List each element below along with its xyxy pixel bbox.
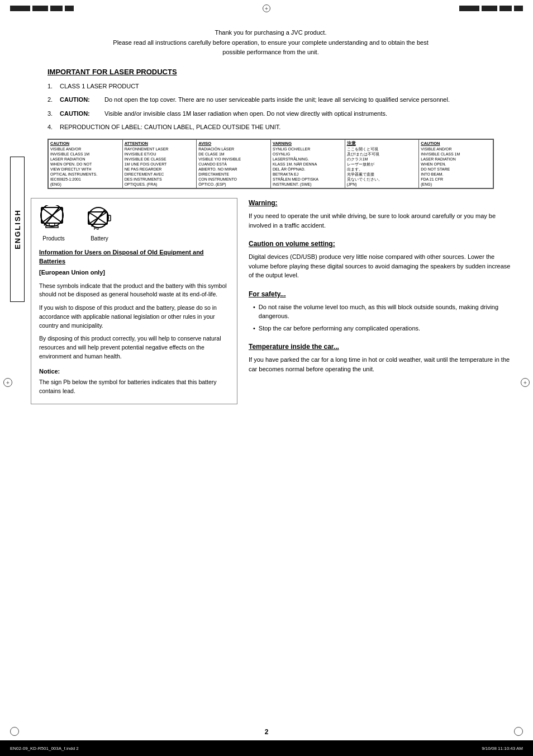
mark-rect bbox=[50, 6, 63, 11]
notice-title: Notice: bbox=[39, 367, 229, 376]
bottom-info: EN02-09_KD-R501_003A_f.indd 2 9/10/08 11… bbox=[10, 746, 523, 751]
mark-rect bbox=[514, 6, 523, 11]
notice-text: The sign Pb below the symbol for batteri… bbox=[39, 378, 229, 396]
safety-bullet-2: Stop the car before performing any compl… bbox=[253, 324, 511, 333]
table-cell-fra: ATTENTION RAYONNEMENT LASER INVISIBLE ET… bbox=[122, 139, 197, 188]
sidebar-label: ENGLISH bbox=[13, 209, 22, 249]
top-registration-marks bbox=[0, 0, 533, 12]
top-left-marks bbox=[10, 4, 74, 12]
list-text: Visible and/or invisible class 1M laser … bbox=[104, 109, 511, 119]
disposal-section: Products Pb bbox=[31, 198, 237, 404]
top-center-mark bbox=[263, 4, 270, 12]
list-label: CAUTION: bbox=[60, 95, 104, 105]
lower-content: Products Pb bbox=[31, 198, 511, 404]
list-item-1: 1. CLASS 1 LASER PRODUCT bbox=[47, 82, 511, 91]
list-item-2: 2. CAUTION: Do not open the top cover. T… bbox=[47, 95, 511, 105]
main-content: Thank you for purchasing a JVC product. … bbox=[0, 12, 533, 415]
warning-text: If you need to operate the unit while dr… bbox=[249, 211, 511, 230]
battery-icon-item: Pb Battery bbox=[85, 205, 114, 243]
list-num: 3. bbox=[47, 109, 60, 119]
battery-icon: Pb bbox=[85, 205, 114, 232]
list-label: CAUTION: bbox=[60, 109, 104, 119]
products-icon-item: Products bbox=[39, 205, 68, 243]
bottom-right-circle bbox=[514, 727, 523, 736]
mark-rect bbox=[499, 6, 512, 11]
caution-volume-text: Digital devices (CD/USB) produce very li… bbox=[249, 252, 511, 280]
caution-label-table: CAUTION VISIBLE AND/OR INVISIBLE CLASS 1… bbox=[48, 139, 493, 189]
list-num: 1. bbox=[47, 82, 60, 91]
disposal-title: Information for Users on Disposal of Old… bbox=[39, 248, 229, 266]
important-title: IMPORTANT FOR LASER PRODUCTS bbox=[47, 68, 511, 76]
mark-rect bbox=[482, 6, 497, 11]
table-cell-eng2: CAUTION VISIBLE AND/OR INVISIBLE CLASS 1… bbox=[419, 139, 493, 188]
table-row: CAUTION VISIBLE AND/OR INVISIBLE CLASS 1… bbox=[49, 139, 493, 188]
laser-requirements-list: 1. CLASS 1 LASER PRODUCT 2. CAUTION: Do … bbox=[47, 82, 511, 132]
list-text: CLASS 1 LASER PRODUCT bbox=[60, 82, 511, 91]
right-column: Warning: If you need to operate the unit… bbox=[249, 198, 511, 404]
disposal-para-1: These symbols indicate that the product … bbox=[39, 282, 229, 300]
mark-rect bbox=[32, 6, 48, 11]
list-item-4: 4. REPRODUCTION OF LABEL: CAUTION LABEL,… bbox=[47, 122, 511, 132]
icons-area: Products Pb bbox=[39, 205, 229, 243]
list-text: REPRODUCTION OF LABEL: CAUTION LABEL, PL… bbox=[60, 122, 511, 132]
english-sidebar: ENGLISH bbox=[10, 157, 25, 302]
products-icon bbox=[39, 205, 68, 232]
reg-circle-left bbox=[3, 378, 12, 387]
safety-bullets: Do not raise the volume level too much, … bbox=[253, 303, 511, 333]
list-num: 4. bbox=[47, 122, 60, 132]
right-registration-mark bbox=[521, 378, 530, 387]
battery-label: Battery bbox=[91, 234, 108, 243]
table-cell-eng: CAUTION VISIBLE AND/OR INVISIBLE CLASS 1… bbox=[49, 139, 123, 188]
safety-title: For safety... bbox=[249, 289, 511, 299]
intro-section: Thank you for purchasing a JVC product. … bbox=[31, 28, 511, 58]
intro-line2: Please read all instructions carefully b… bbox=[31, 38, 511, 48]
page-number: 2 bbox=[265, 728, 269, 736]
bottom-bar: EN02-09_KD-R501_003A_f.indd 2 9/10/08 11… bbox=[0, 740, 533, 756]
warning-title: Warning: bbox=[249, 198, 511, 208]
caution-table-wrapper: CAUTION VISIBLE AND/OR INVISIBLE CLASS 1… bbox=[47, 139, 494, 190]
mark-rect bbox=[65, 6, 74, 11]
products-label: Products bbox=[42, 234, 64, 243]
list-item-3: 3. CAUTION: Visible and/or invisible cla… bbox=[47, 109, 511, 119]
mark-rect bbox=[10, 6, 30, 11]
temperature-text: If you have parked the car for a long ti… bbox=[249, 355, 511, 374]
intro-line1: Thank you for purchasing a JVC product. bbox=[31, 28, 511, 38]
reg-circle-right bbox=[521, 378, 530, 387]
bottom-date: 9/10/08 11:10:43 AM bbox=[482, 746, 523, 751]
mark-rect bbox=[459, 6, 479, 11]
bottom-filename: EN02-09_KD-R501_003A_f.indd 2 bbox=[10, 746, 79, 751]
safety-bullet-1: Do not raise the volume level too much, … bbox=[253, 303, 511, 321]
table-cell-esp: AVISO RADIACIÓN LÁSER DE CLASE 1M VISIBL… bbox=[197, 139, 271, 188]
temperature-title: Temperature inside the car... bbox=[249, 342, 511, 352]
list-text: Do not open the top cover. There are no … bbox=[104, 95, 511, 105]
intro-line3: possible performance from the unit. bbox=[31, 48, 511, 58]
disposal-para-3: By disposing of this product correctly, … bbox=[39, 334, 229, 361]
disposal-para-2: If you wish to dispose of this product a… bbox=[39, 304, 229, 330]
table-cell-jpn: 注意 ここを開くと可視 及び/または不可視 のクラス1M レーザー放射が 出ます… bbox=[345, 139, 419, 188]
caution-volume-title: Caution on volume setting: bbox=[249, 239, 511, 249]
table-cell-swe: VARNING SYNLIG OCH/ELLER OSYNLIG LASERST… bbox=[270, 139, 345, 188]
top-right-marks bbox=[459, 4, 523, 12]
bottom-left-circle bbox=[10, 727, 19, 736]
list-num: 2. bbox=[47, 95, 60, 105]
disposal-subtitle: [European Union only] bbox=[39, 268, 229, 277]
left-registration-mark bbox=[3, 378, 12, 387]
important-section: IMPORTANT FOR LASER PRODUCTS 1. CLASS 1 … bbox=[47, 68, 511, 132]
